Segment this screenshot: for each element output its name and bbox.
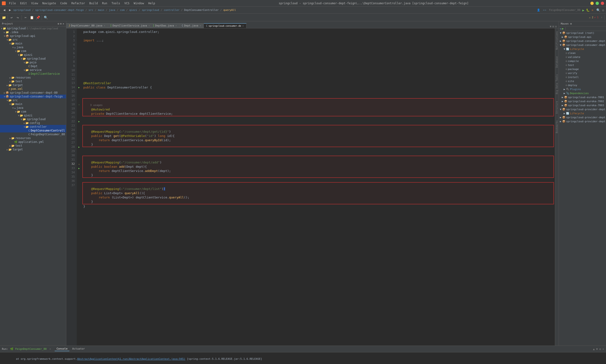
run-button[interactable]: ▶: [582, 8, 584, 12]
tree-item-feign-src[interactable]: ▼ 📂 src: [0, 98, 66, 102]
tree-item-feign-java[interactable]: ▼ ☕ java: [0, 106, 66, 110]
database-label[interactable]: Database: [555, 55, 559, 69]
menu-code[interactable]: Code: [58, 1, 69, 5]
tree-item-service[interactable]: ▼ 📂 service: [0, 68, 66, 72]
maven-install[interactable]: ⚙ install: [559, 75, 606, 79]
project-icon[interactable]: 📁: [1, 15, 7, 20]
tree-item-api-target[interactable]: ▶ 📂 target: [0, 83, 66, 87]
tree-item-api-resources[interactable]: ▶ 📂 resources: [0, 76, 66, 79]
menu-window[interactable]: Window: [132, 1, 146, 5]
maven-provider-lifecycle[interactable]: ▶ 🔄 Lifecycle: [559, 111, 606, 116]
maven-lifecycle[interactable]: ▼ 🔄 Lifecycle: [559, 47, 606, 51]
tree-item-deptclientservice[interactable]: ▶ I DeptClientService: [0, 72, 66, 76]
bookmarks-label[interactable]: Bookmarks: [555, 119, 559, 134]
tab-close-4[interactable]: ×: [242, 25, 244, 27]
menu-tools[interactable]: Tools: [110, 1, 122, 5]
tree-item-pojo[interactable]: ▼ 📂 pojo: [0, 61, 66, 64]
tree-item-feignconsumer[interactable]: ▶ C FeignDeptConsumer_80: [0, 132, 66, 136]
maven-package[interactable]: ⚙ package: [559, 67, 606, 71]
menu-vcs[interactable]: VCS: [122, 1, 131, 5]
coverage-button[interactable]: ⊙: [592, 9, 593, 12]
maven-consumer-feign[interactable]: ▼ 📦 springcloud-consumer-dept-feign: [559, 43, 606, 47]
maven-plugins[interactable]: ▶ 🔌 Plugins: [559, 87, 606, 91]
back-button[interactable]: ◀: [2, 8, 7, 12]
tree-item-api-java[interactable]: ▼ ☕ java: [0, 45, 66, 49]
tab-dept[interactable]: C Dept.java ×: [179, 23, 204, 28]
tree-item-feign-qiezi[interactable]: ▼ 📂 qiezi: [0, 114, 66, 117]
project-close-icon[interactable]: ×: [63, 22, 64, 25]
tree-item-springcloud[interactable]: ▼ 📁 springcloud E:\logback\springcloud: [0, 26, 66, 30]
menu-run[interactable]: Run: [100, 1, 109, 5]
editor-settings-button[interactable]: ⚙: [555, 25, 557, 28]
maven-provider-8002[interactable]: ▶ 📦 springcloud-provider-dept-8002: [559, 116, 606, 119]
maven-test[interactable]: ⚙ test: [559, 63, 606, 67]
cut-button[interactable]: ✂: [23, 15, 28, 20]
tree-item-api-qiezi[interactable]: ▼ 📂 qiezi: [0, 53, 66, 57]
structure-label[interactable]: Structure: [555, 100, 559, 115]
vcs-icon[interactable]: ↑: [601, 16, 603, 19]
minimize-button[interactable]: [590, 2, 594, 5]
tree-item-feign-controller[interactable]: ▼ 📂 controller: [0, 125, 66, 129]
tab-close-1[interactable]: ×: [148, 24, 150, 27]
maximize-button[interactable]: [596, 2, 599, 5]
run-tab-console[interactable]: Console: [55, 347, 69, 351]
close-button[interactable]: [601, 2, 604, 5]
menu-file[interactable]: File: [7, 1, 18, 5]
maven-springcloud-api[interactable]: ▶ 📦 springcloud-api: [559, 35, 606, 39]
project-list-icon[interactable]: ≡: [60, 22, 62, 25]
tree-item-api-main[interactable]: ▼ 📂 main: [0, 42, 66, 45]
run-settings-button[interactable]: ⚙: [599, 348, 601, 351]
tree-item-api-com[interactable]: ▼ 📂 com: [0, 49, 66, 53]
tree-item-feign[interactable]: ▼ 📦 springcloud-consumer-dept-feign: [0, 95, 66, 98]
tab-deptconsumercontroller[interactable]: C springcloud-consumer-dept-feign\...\De…: [204, 23, 246, 28]
tree-item-80[interactable]: ▶ 📦 springcloud-consumer-dept-80: [0, 91, 66, 95]
copy-button[interactable]: 📋: [29, 15, 35, 20]
split-editor-button[interactable]: ⊞: [552, 25, 554, 28]
project-settings-icon[interactable]: ⚙: [57, 22, 59, 25]
tree-item-feign-test[interactable]: ▶ 📂 test: [0, 144, 66, 148]
tab-deptdao[interactable]: I DeptDao.java ×: [150, 23, 180, 28]
maven-refresh-button[interactable]: ↻: [560, 27, 562, 30]
menu-navigate[interactable]: Navigate: [40, 1, 58, 5]
tree-item-deptconsumercontroller[interactable]: ▶ C DeptConsumerControll: [0, 129, 66, 132]
bigdata-label[interactable]: Big Data Tools: [555, 73, 559, 95]
tree-item-feign-resources[interactable]: ▶ 📂 resources: [0, 136, 66, 140]
tree-item-feign-com[interactable]: ▼ 📂 com: [0, 110, 66, 114]
forward-button[interactable]: ▶: [8, 8, 12, 12]
tree-item-api-springcloud[interactable]: ▼ 📂 springcloud: [0, 57, 66, 61]
menu-build[interactable]: Build: [87, 1, 100, 5]
maven-consumer-80[interactable]: ▶ 📦 springcloud-consumer-dept-80: [559, 39, 606, 43]
maven-eureka-7002[interactable]: ▶ 📦 springcloud-eureka-7002: [559, 99, 606, 103]
tree-item-api-src[interactable]: ▼ 📂 src: [0, 38, 66, 42]
tree-item-dept[interactable]: ▶ C Dept: [0, 64, 66, 68]
tree-item-feign-springcloud[interactable]: ▼ 📂 springcloud: [0, 117, 66, 121]
tab-deptclientservice[interactable]: I DeptClientService.java ×: [108, 23, 150, 28]
tree-item-appyml[interactable]: ▶ 🌿 application.yml: [0, 140, 66, 144]
code-editor[interactable]: package com.qiezi.springcloud.controller…: [81, 28, 555, 346]
tree-item-api[interactable]: ▼ 📦 springcloud-api: [0, 34, 66, 38]
undo-button[interactable]: ↩: [9, 15, 14, 20]
maven-provider-8001[interactable]: ▼ 📦 springcloud-provider-dept-8001: [559, 107, 606, 111]
maven-run-button[interactable]: ▶: [562, 27, 564, 30]
maven-dependencies[interactable]: ▶ 📎 Dependencies: [559, 91, 606, 95]
notifications-label[interactable]: Notifications: [555, 30, 559, 51]
menu-help[interactable]: Help: [146, 1, 157, 5]
menu-view[interactable]: View: [29, 1, 40, 5]
maven-eureka-7003[interactable]: ▶ 📦 springcloud-eureka-7003: [559, 103, 606, 107]
menu-edit[interactable]: Edit: [18, 1, 29, 5]
tree-item-api-test[interactable]: ▶ 📂 test: [0, 79, 66, 83]
tab-overflow-button[interactable]: ▼: [550, 25, 551, 28]
run-scroll-up-button[interactable]: ▲: [593, 348, 595, 351]
maven-more-button[interactable]: ⋮: [564, 27, 567, 30]
run-close-icon[interactable]: ×: [50, 348, 51, 350]
settings-button[interactable]: ⚙: [602, 8, 604, 12]
maven-verify[interactable]: ⚙ verify: [559, 71, 606, 75]
maven-validate[interactable]: ⚙ validate: [559, 55, 606, 59]
maven-compile[interactable]: ⚙ compile: [559, 59, 606, 63]
find-button[interactable]: 🔍: [43, 15, 49, 20]
tree-item-idea[interactable]: ▶ 📁 .idea: [0, 30, 66, 34]
maven-springcloud-root[interactable]: ▼ 📦 springcloud (root): [559, 31, 606, 35]
maven-deploy[interactable]: ⚙ deploy: [559, 83, 606, 87]
tab-close-3[interactable]: ×: [200, 24, 201, 27]
paste-button[interactable]: 📌: [35, 15, 41, 20]
